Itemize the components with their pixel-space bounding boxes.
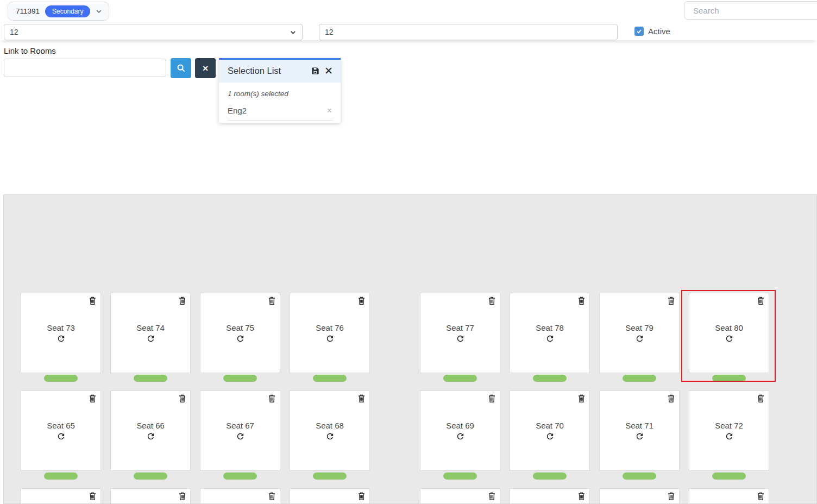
seat-card[interactable] [510,488,590,504]
seat-card[interactable]: Seat 72 [689,390,769,471]
delete-seat-icon[interactable] [667,296,675,305]
search-icon [177,64,186,73]
seat-card[interactable] [200,488,280,504]
seat-status-pill [223,472,257,480]
remove-item-icon[interactable]: × [327,108,332,114]
room-layout-area: Seat 73 Seat 74 Seat 75 [3,194,817,504]
search-input[interactable] [684,1,817,20]
seat-card[interactable]: Seat 69 [420,390,500,471]
delete-seat-icon[interactable] [89,296,97,305]
rotate-seat-icon[interactable] [689,334,769,343]
seat-card[interactable]: Seat 74 [110,293,191,373]
seat-card[interactable]: Seat 78 [510,293,590,373]
seat-label: Seat 73 [21,323,100,332]
seat-card[interactable]: Seat 65 [21,390,101,471]
rotate-seat-icon[interactable] [21,432,100,441]
seat-card[interactable]: Seat 75 [200,293,280,373]
check-icon [636,28,642,34]
rotate-seat-icon[interactable] [200,334,280,343]
seat-label: Seat 71 [600,421,679,430]
seat-status-pill [134,472,167,480]
top-navbar: 711391 Secondary [0,0,817,22]
delete-seat-icon[interactable] [667,492,675,501]
delete-seat-icon[interactable] [268,296,276,305]
seat-card[interactable] [290,488,370,504]
selection-list-panel: Selection List ✕ 1 room(s) selected Eng2… [219,58,341,123]
rotate-seat-icon[interactable] [600,334,679,343]
form-header-row: 12 Active [0,22,817,40]
seat-label: Seat 68 [290,421,369,430]
seat-card[interactable]: Seat 73 [21,293,101,373]
seat-card[interactable]: Seat 76 [290,293,370,373]
delete-seat-icon[interactable] [667,394,675,403]
delete-seat-icon[interactable] [577,394,586,403]
delete-seat-icon[interactable] [268,394,276,403]
selection-items: Eng2 × [228,105,333,121]
delete-seat-icon[interactable] [178,394,186,403]
delete-seat-icon[interactable] [178,296,186,305]
rotate-seat-icon[interactable] [420,334,500,343]
seat-label: Seat 74 [111,323,190,332]
rotate-seat-icon[interactable] [290,334,369,343]
seat-label: Seat 70 [510,421,589,430]
link-to-rooms-input[interactable] [4,59,166,77]
rotate-seat-icon[interactable] [111,334,190,343]
close-icon: ✕ [202,64,209,73]
seat-card[interactable]: Seat 79 [599,293,680,373]
chevron-down-icon [290,29,297,36]
seat-card[interactable]: Seat 66 [110,390,191,471]
selection-list-body: 1 room(s) selected Eng2 × [219,83,341,123]
seat-card[interactable]: Seat 68 [290,390,370,471]
active-checkbox[interactable] [634,27,644,36]
save-icon[interactable] [311,67,319,75]
rotate-seat-icon[interactable] [510,432,589,441]
columns-input[interactable] [319,24,618,40]
delete-seat-icon[interactable] [357,492,366,501]
delete-seat-icon[interactable] [757,394,765,403]
delete-seat-icon[interactable] [488,492,496,501]
seat-label: Seat 72 [689,421,769,430]
seat-status-pill [134,375,167,382]
seat-status-pill [44,472,78,480]
room-id-dropdown[interactable]: 711391 Secondary [8,2,109,21]
search-rooms-button[interactable] [171,58,191,78]
rows-select[interactable]: 12 [4,24,303,40]
delete-seat-icon[interactable] [488,394,496,403]
rotate-seat-icon[interactable] [200,432,280,441]
seat-label: Seat 75 [200,323,280,332]
seat-status-pill [533,375,567,382]
active-checkbox-label: Active [648,27,670,36]
delete-seat-icon[interactable] [577,492,586,501]
rotate-seat-icon[interactable] [290,432,369,441]
delete-seat-icon[interactable] [488,296,496,305]
seat-status-pill [313,472,347,480]
delete-seat-icon[interactable] [357,394,366,403]
delete-seat-icon[interactable] [178,492,186,501]
seat-card[interactable] [599,488,680,504]
seat-card[interactable] [110,488,191,504]
seat-card[interactable]: Seat 77 [420,293,500,373]
delete-seat-icon[interactable] [357,296,366,305]
rotate-seat-icon[interactable] [600,432,679,441]
seat-card[interactable]: Seat 80 [689,293,769,373]
seat-card[interactable] [21,488,101,504]
delete-seat-icon[interactable] [757,492,765,501]
delete-seat-icon[interactable] [268,492,276,501]
seat-status-pill [44,375,78,382]
rotate-seat-icon[interactable] [689,432,769,441]
seat-card[interactable] [689,488,769,504]
delete-seat-icon[interactable] [577,296,586,305]
delete-seat-icon[interactable] [89,492,97,501]
seat-card[interactable] [420,488,500,504]
rotate-seat-icon[interactable] [111,432,190,441]
rotate-seat-icon[interactable] [510,334,589,343]
seat-card[interactable]: Seat 70 [510,390,590,471]
rotate-seat-icon[interactable] [420,432,500,441]
seat-card[interactable]: Seat 67 [200,390,280,471]
rotate-seat-icon[interactable] [21,334,100,343]
delete-seat-icon[interactable] [757,296,765,305]
clear-rooms-button[interactable]: ✕ [195,58,216,78]
delete-seat-icon[interactable] [89,394,97,403]
seat-status-pill [443,375,477,382]
seat-card[interactable]: Seat 71 [599,390,680,471]
